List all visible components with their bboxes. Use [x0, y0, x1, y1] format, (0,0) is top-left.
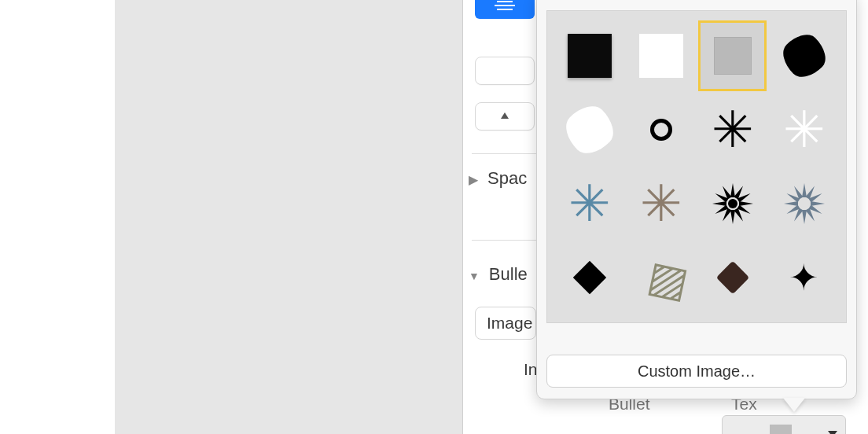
text-shift-button[interactable] [475, 102, 535, 131]
gray-square-icon [714, 37, 752, 75]
bullet-option-gray-square[interactable] [698, 20, 767, 91]
white-quatrefoil-icon [557, 97, 621, 162]
black-diamond-icon [572, 261, 605, 294]
current-image-well[interactable] [722, 415, 846, 434]
bullet-option-black-rays[interactable] [698, 168, 767, 239]
black-starburst-icon: ✳ [712, 105, 754, 155]
black-quatrefoil-icon [775, 27, 833, 85]
blue-starburst-icon: ✳ [568, 178, 611, 229]
spacing-label: Spac [487, 168, 527, 189]
chevron-down-icon [469, 264, 480, 285]
bullet-option-white-square[interactable] [627, 20, 695, 91]
blue-rays-icon [782, 182, 826, 226]
spacing-disclosure[interactable]: Spac [469, 168, 527, 189]
brown-starburst-icon: ✳ [640, 178, 682, 229]
bullet-option-blue-starburst[interactable]: ✳ [555, 168, 623, 239]
bullet-option-black-starburst[interactable]: ✳ [698, 94, 767, 165]
popover-tail [783, 398, 805, 412]
bullet-option-black-quatrefoil[interactable] [770, 20, 838, 91]
white-starburst-icon: ✳ [783, 105, 826, 155]
bullet-option-sparkle[interactable]: ✦ [770, 242, 838, 313]
document-margin [115, 0, 462, 434]
circle-outline-icon [650, 119, 672, 141]
separator [472, 240, 539, 241]
current-image-label: Current Image: [598, 431, 708, 434]
bullet-option-black-square[interactable] [555, 20, 623, 91]
bullet-option-brown-starburst[interactable]: ✳ [627, 168, 695, 239]
alignment-center-button[interactable] [475, 0, 535, 19]
bullet-option-white-quatrefoil[interactable] [555, 94, 623, 165]
svg-point-0 [728, 199, 737, 208]
color-well-button[interactable] [475, 57, 535, 85]
bullet-type-popup[interactable]: Image [475, 307, 536, 340]
brown-diamond-icon [715, 261, 748, 294]
arrow-up-icon [501, 112, 509, 120]
bullet-option-scribble-diamond[interactable]: ▨ [627, 242, 695, 313]
align-center-icon [495, 1, 515, 10]
bullet-option-blue-rays[interactable] [770, 168, 838, 239]
current-image-swatch [770, 425, 792, 434]
black-rays-icon [711, 182, 755, 226]
bullet-option-brown-diamond[interactable] [698, 242, 767, 313]
bullet-option-white-starburst[interactable]: ✳ [770, 94, 838, 165]
chevron-right-icon [469, 168, 478, 189]
custom-image-label: Custom Image… [638, 362, 756, 381]
bullet-option-black-diamond[interactable] [555, 242, 623, 313]
sparkle-icon: ✦ [789, 256, 819, 299]
bullet-grid-scroll[interactable]: ✳ ✳ ✳ ✳ ▨ ✦ [546, 10, 847, 323]
bullet-option-more[interactable] [627, 316, 695, 323]
black-square-icon [568, 34, 612, 78]
chevron-down-icon [828, 431, 837, 434]
separator [472, 153, 538, 154]
bullet-type-label: Image [487, 314, 532, 333]
scribble-diamond-icon: ▨ [643, 251, 679, 304]
indent-label: In [524, 360, 538, 379]
bullets-disclosure[interactable]: Bulle [469, 264, 528, 285]
bullet-option-circle-outline[interactable] [627, 94, 695, 165]
white-square-icon [639, 34, 683, 78]
bullets-label: Bulle [489, 264, 528, 285]
document-canvas [0, 0, 462, 434]
bullet-grid: ✳ ✳ ✳ ✳ ▨ ✦ [547, 11, 846, 323]
custom-image-button[interactable]: Custom Image… [546, 355, 847, 388]
bullet-image-popover: ✳ ✳ ✳ ✳ ▨ ✦ Custom Image… [536, 0, 857, 399]
